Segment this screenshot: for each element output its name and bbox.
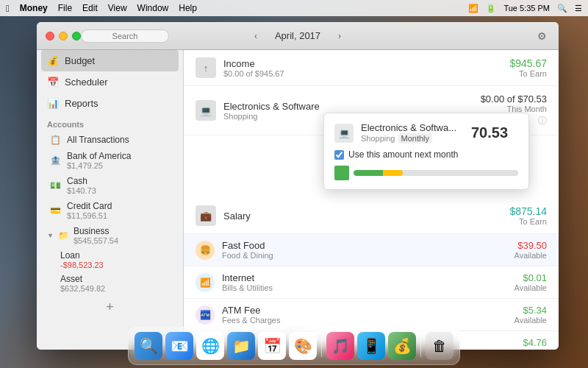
dock-appstore[interactable]: 📱	[357, 332, 385, 360]
business-balance: $545,557.54	[74, 236, 118, 245]
salary-label: Salary	[223, 210, 509, 222]
sidebar-item-scheduler[interactable]: 📅 Scheduler	[37, 71, 183, 93]
loan-label: Loan	[60, 250, 173, 261]
salary-amount: $875.14 To Earn	[509, 205, 547, 226]
next-month-checkbox[interactable]	[334, 150, 344, 160]
electronics-popup: 💻 Electronics & Softwa... Shopping Month…	[323, 113, 529, 190]
sidebar-loan[interactable]: Loan -$98,523.23	[37, 248, 183, 272]
income-icon: ↑	[196, 57, 216, 78]
dock-divider	[321, 335, 322, 357]
search-menubar-icon[interactable]: 🔍	[557, 4, 567, 13]
dock-trash[interactable]: 🗑	[426, 332, 453, 360]
atm-amount: $5.34 Available	[514, 305, 547, 325]
salary-icon: 💼	[196, 205, 216, 226]
internet-value: $0.01	[514, 272, 547, 283]
dock-safari[interactable]: 🌐	[196, 332, 224, 360]
dock-money[interactable]: 💰	[388, 332, 416, 360]
sidebar: 💰 Budget 📅 Scheduler 📊 Reports Accounts …	[37, 50, 184, 350]
fast-food-type: Food & Dining	[222, 251, 514, 260]
progress-fill	[354, 170, 403, 176]
asset-balance: $632,549.82	[60, 284, 173, 293]
internet-type: Bills & Utilities	[222, 283, 514, 292]
menu-window[interactable]: Window	[137, 3, 169, 13]
business-label: Business	[74, 226, 118, 236]
settings-button[interactable]: ⚙	[534, 28, 550, 44]
sidebar-credit-card[interactable]: 💳 Credit Card $11,596.51	[37, 198, 183, 223]
close-button[interactable]	[46, 32, 54, 40]
loan-balance: -$98,523.23	[60, 261, 173, 269]
atm-type: Fees & Charges	[222, 316, 514, 325]
popup-checkbox-row: Use this amount next month	[334, 149, 518, 160]
credit-card-label: Credit Card	[67, 201, 112, 211]
income-info: Income $0.00 of $945.67	[223, 58, 509, 78]
frequency-dropdown[interactable]: Monthly	[398, 133, 433, 144]
month-navigation: ‹ April, 2017 ›	[249, 29, 346, 43]
app-name[interactable]: Money	[20, 3, 48, 13]
dock-divider-2	[420, 335, 421, 357]
reports-icon: 📊	[47, 98, 59, 109]
dock-photos[interactable]: 🎨	[289, 332, 317, 360]
bank-label: Bank of America	[67, 151, 131, 161]
cash-label: Cash	[67, 176, 96, 186]
all-transactions-icon: 📋	[50, 135, 61, 145]
salary-row[interactable]: 💼 Salary $875.14 To Earn	[184, 198, 559, 234]
fast-food-value: $39.50	[514, 240, 547, 251]
menu-file[interactable]: File	[58, 3, 72, 13]
internet-status: Available	[514, 283, 547, 292]
sidebar-item-reports[interactable]: 📊 Reports	[37, 93, 183, 114]
dock: 🔍 📧 🌐 📁 📅 🎨 🎵 📱 💰 🗑	[128, 327, 460, 365]
sidebar-business-group[interactable]: ▼ 📁 Business $545,557.54	[37, 223, 183, 248]
popup-header: 💻 Electronics & Softwa... Shopping Month…	[334, 122, 518, 144]
add-account-button[interactable]: +	[37, 295, 183, 319]
dock-itunes[interactable]: 🎵	[326, 332, 354, 360]
accounts-section-header: Accounts	[37, 114, 183, 132]
transport-amount: $4.76 Available	[514, 337, 547, 350]
dock-calendar[interactable]: 📅	[258, 332, 286, 360]
search-input[interactable]	[81, 29, 169, 43]
fast-food-label: Fast Food	[222, 240, 514, 251]
battery-icon: 🔋	[486, 4, 496, 13]
popup-icon: 💻	[334, 124, 354, 143]
sidebar-item-budget[interactable]: 💰 Budget	[41, 50, 179, 71]
electronics-label: Electronics & Software	[223, 101, 481, 112]
sidebar-bank-of-america[interactable]: 🏦 Bank of America $1,479.25	[37, 148, 183, 173]
salary-status: To Earn	[509, 217, 547, 226]
progress-bar	[354, 170, 518, 176]
transport-status: Available	[514, 348, 547, 350]
fast-food-row[interactable]: 🍔 Fast Food Food & Dining $39.50 Availab…	[184, 234, 559, 266]
dock-mail[interactable]: 📧	[165, 332, 193, 360]
sidebar-cash[interactable]: 💵 Cash $140.73	[37, 173, 183, 198]
all-transactions-label: All Transactions	[67, 135, 129, 145]
sidebar-asset[interactable]: Asset $632,549.82	[37, 272, 183, 295]
income-label: Income	[223, 58, 509, 69]
next-month-button[interactable]: ›	[333, 29, 346, 43]
income-row[interactable]: ↑ Income $0.00 of $945.67 $945.67 To Ear…	[184, 50, 559, 86]
sidebar-label-reports: Reports	[65, 98, 98, 109]
sidebar-label-budget: Budget	[65, 55, 95, 66]
atm-info: ATM Fee Fees & Charges	[222, 305, 514, 325]
minimize-button[interactable]	[59, 32, 68, 40]
internet-info: Internet Bills & Utilities	[222, 272, 514, 292]
menubar-right: 📶 🔋 Tue 5:35 PM 🔍 ☰	[468, 4, 582, 13]
scheduler-icon: 📅	[47, 77, 59, 88]
dock-files[interactable]: 📁	[227, 332, 255, 360]
menu-view[interactable]: View	[108, 3, 127, 13]
budget-icon: 💰	[47, 55, 59, 66]
control-center-icon[interactable]: ☰	[575, 4, 582, 13]
internet-row[interactable]: 📶 Internet Bills & Utilities $0.01 Avail…	[184, 266, 559, 299]
menu-edit[interactable]: Edit	[82, 3, 98, 13]
prev-month-button[interactable]: ‹	[249, 29, 262, 43]
dock-finder[interactable]: 🔍	[135, 332, 162, 360]
internet-amount: $0.01 Available	[514, 272, 547, 292]
sidebar-all-transactions[interactable]: 📋 All Transactions	[37, 132, 183, 148]
popup-sub: Shopping	[361, 134, 395, 143]
desktop:  Money File Edit View Window Help 📶 🔋 T…	[0, 0, 588, 368]
popup-amount[interactable]: 70.53	[464, 124, 508, 141]
bank-balance: $1,479.25	[67, 161, 131, 170]
menu-help[interactable]: Help	[179, 3, 197, 13]
maximize-button[interactable]	[72, 32, 81, 40]
bank-icon: 🏦	[50, 155, 61, 166]
apple-menu[interactable]: 	[6, 3, 10, 14]
fast-food-info: Fast Food Food & Dining	[222, 240, 514, 260]
fast-food-amount: $39.50 Available	[514, 240, 547, 260]
